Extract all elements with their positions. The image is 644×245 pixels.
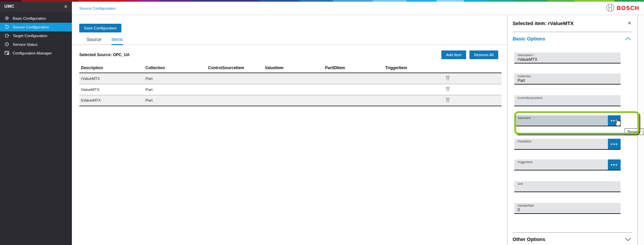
field-valueitem[interactable]: ValueItem ●●●	[514, 115, 621, 126]
sidebar-item-label: Source Configuration	[13, 25, 49, 29]
browse-ellipsis-button-partiditem[interactable]: ●●●	[608, 139, 621, 149]
sidebar-item-label: Configuration Manager	[13, 51, 52, 55]
breadcrumb[interactable]: Source Configuration	[79, 6, 115, 10]
tab-bar: Source Items	[72, 37, 507, 45]
items-table: Description Collection ControlSourceItem…	[79, 64, 502, 106]
detail-panel: Selected item: rValueMTX × Basic Options…	[507, 15, 637, 245]
field-triggeritem[interactable]: TriggerItem ●●●	[514, 159, 621, 170]
panel-title: Selected item: rValueMTX	[513, 20, 574, 26]
save-configuration-button[interactable]: Save Configuration	[79, 24, 121, 32]
cell-collection: Part	[144, 73, 206, 84]
main-content: Save Configuration Source Items Selected…	[72, 15, 507, 245]
sidebar-item-source-configuration[interactable]: Source Configuration	[0, 23, 72, 31]
cell-description: rValueMTX	[79, 73, 144, 84]
sidebar-item-label: Basic Configuration	[13, 16, 46, 20]
info-icon	[4, 42, 9, 47]
section-basic-options[interactable]: Basic Options	[513, 36, 545, 41]
column-header-description: Description	[79, 64, 144, 73]
trash-icon	[445, 86, 450, 92]
table-row[interactable]: rValueMTX Part	[79, 73, 502, 84]
delete-item-button[interactable]	[445, 97, 450, 104]
chevron-up-icon[interactable]	[625, 36, 631, 42]
column-header-actions	[444, 64, 502, 73]
table-row[interactable]: bValueMTX Part	[79, 95, 502, 106]
sidebar-item-label: Target Configuration	[13, 34, 47, 38]
app-title: UMC	[4, 4, 14, 9]
cell-description: iValueMTX	[79, 84, 144, 95]
column-header-collection: Collection	[144, 64, 206, 73]
browse-ellipsis-button-valueitem[interactable]: ●●●	[608, 115, 621, 126]
table-row[interactable]: iValueMTX Part	[79, 84, 502, 95]
source-arrow-icon	[4, 24, 9, 30]
gear-icon	[4, 16, 9, 21]
column-header-valueitem: ValueItem	[263, 64, 323, 73]
cell-collection: Part	[144, 95, 206, 106]
chevron-down-icon[interactable]	[625, 236, 631, 242]
field-unit[interactable]: Unit	[514, 181, 621, 192]
selected-source-label: Selected Source: OPC_UA	[79, 52, 130, 57]
window-gear-icon	[4, 50, 9, 56]
section-other-options[interactable]: Other Options	[513, 237, 545, 242]
sidebar-nav: Basic Configuration Source Configuration…	[0, 14, 72, 57]
column-header-controlsourceitem: ControlSourceItem	[206, 64, 263, 73]
bosch-logo-text: BOSCH	[617, 5, 639, 12]
column-header-partiditem: PartIDItem	[323, 64, 384, 73]
divider	[513, 32, 632, 32]
divider	[513, 232, 632, 233]
column-header-triggeritem: TriggerItem	[384, 64, 444, 73]
panel-close-icon[interactable]: ×	[628, 20, 631, 26]
sidebar-item-label: Service Status	[13, 42, 37, 46]
field-description[interactable]: Description * rValueMTX	[514, 52, 621, 64]
trash-icon	[445, 75, 450, 81]
bosch-armature-icon	[606, 3, 615, 13]
browse-ellipsis-button-triggeritem[interactable]: ●●●	[608, 159, 621, 170]
sidebar-header: UMC ×	[0, 2, 72, 11]
sidebar-close-icon[interactable]: ×	[64, 4, 68, 9]
field-partiditem[interactable]: PartIdItem ●●●	[514, 139, 621, 150]
tab-source[interactable]: Source	[87, 37, 101, 45]
cell-description: bValueMTX	[79, 95, 144, 106]
field-samplerate[interactable]: SampleRate 0	[514, 203, 621, 214]
browse-tooltip: Browse	[625, 128, 643, 135]
delete-item-button[interactable]	[445, 75, 450, 82]
target-arrow-icon	[4, 33, 9, 39]
delete-item-button[interactable]	[445, 86, 450, 93]
top-header-bar: Source Configuration BOSCH	[72, 2, 644, 15]
field-controlsourceitem[interactable]: ControlSourceItem	[514, 95, 621, 106]
remove-all-button[interactable]: Remove All	[469, 50, 498, 59]
sidebar-item-service-status[interactable]: Service Status	[0, 40, 72, 49]
trash-icon	[445, 97, 450, 103]
sidebar-item-basic-configuration[interactable]: Basic Configuration	[0, 14, 72, 23]
cell-collection: Part	[144, 84, 206, 95]
table-header-row: Description Collection ControlSourceItem…	[79, 64, 502, 73]
sidebar: UMC × Basic Configuration Source Configu…	[0, 2, 72, 245]
field-collection[interactable]: Collection Part	[514, 74, 621, 85]
add-item-button[interactable]: Add Item	[441, 50, 466, 59]
bosch-logo: BOSCH	[606, 3, 639, 13]
sidebar-item-configuration-manager[interactable]: Configuration Manager	[0, 49, 72, 57]
sidebar-item-target-configuration[interactable]: Target Configuration	[0, 31, 72, 40]
tab-items[interactable]: Items	[111, 37, 123, 45]
